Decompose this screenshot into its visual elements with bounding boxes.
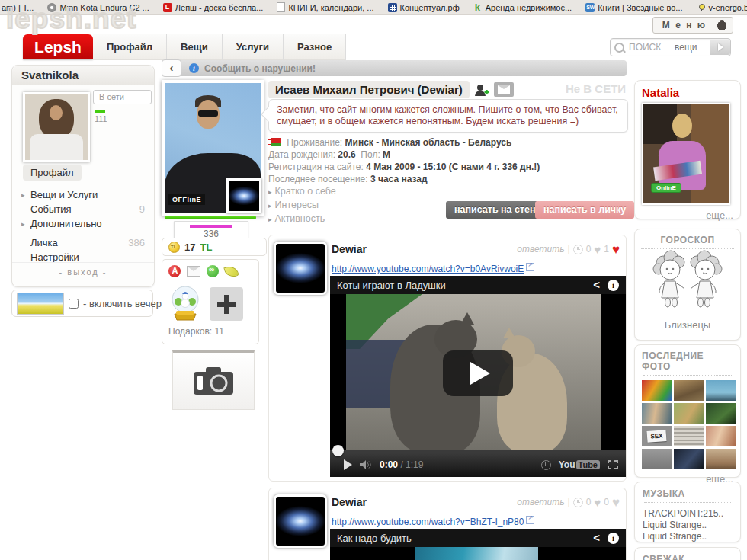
track-item[interactable]: Liquid Strange.. (643, 520, 733, 531)
mini-avatar[interactable] (226, 178, 261, 213)
send-message-icon[interactable] (494, 82, 514, 97)
video-title[interactable]: Как надо будить (337, 533, 412, 544)
bookmark-item[interactable]: am) | T... (2, 3, 34, 12)
write-on-wall-button[interactable]: написать на стене (446, 201, 550, 219)
sidebar-item-messages[interactable]: Личка 386 (23, 235, 145, 250)
dislike-heart-icon[interactable] (594, 498, 601, 507)
expander-about[interactable]: Кратко о себе (268, 185, 627, 199)
user-photo[interactable] (23, 92, 90, 162)
tab-things[interactable]: Вещи (167, 34, 223, 60)
youtube-logo[interactable]: You Tube (559, 459, 600, 470)
online-status-box[interactable]: В сети (93, 90, 152, 104)
add-gift-button[interactable] (210, 287, 243, 321)
write-pm-button[interactable]: написать в личку (535, 201, 634, 219)
logout-link[interactable]: - выход - (12, 262, 154, 277)
post-avatar[interactable] (274, 242, 327, 295)
sidebar-item-events[interactable]: События 9 (23, 202, 145, 216)
sidebar-item-label: Дополнительно (29, 218, 145, 229)
mail-icon[interactable] (187, 266, 200, 277)
reply-link[interactable]: ответить (517, 244, 564, 254)
photo-thumb[interactable] (674, 380, 704, 401)
sidebar-item-profile[interactable]: Профайл (23, 165, 82, 181)
tab-misc[interactable]: Разное (284, 34, 346, 60)
gemini-twins-icon[interactable] (649, 249, 726, 315)
photo-album-placeholder[interactable] (172, 350, 255, 410)
video-title[interactable]: Коты играют в Ладушки (337, 280, 446, 291)
belarus-flag-icon (268, 138, 281, 146)
photo-thumb[interactable] (642, 403, 672, 424)
more-friends-link[interactable]: еще... (642, 210, 733, 221)
a-badge-icon[interactable] (168, 265, 181, 277)
track-item[interactable]: TRACKPOINT:215.. (643, 508, 733, 520)
clock-icon[interactable] (573, 498, 583, 507)
bookmark-item[interactable]: КНИГИ, календари, ... (277, 2, 374, 12)
back-button[interactable]: ‹ (162, 59, 181, 77)
photo-thumb[interactable] (674, 403, 704, 424)
bookmark-item[interactable]: v-energo.by/item (697, 3, 747, 12)
volume-icon[interactable] (360, 460, 372, 469)
search-go-button[interactable] (710, 40, 730, 55)
reply-link[interactable]: ответить (517, 497, 564, 507)
sidebar-item-label: Личка (29, 237, 128, 248)
dislike-heart-icon[interactable] (594, 245, 601, 254)
bookmark-item[interactable]: Концептуал.рф (388, 3, 460, 12)
link-icon[interactable] (207, 265, 219, 277)
tab-services[interactable]: Услуги (223, 34, 284, 60)
photo-thumb[interactable] (706, 449, 736, 469)
bookmark-item[interactable]: Лепш - доска беспла... (163, 3, 264, 12)
friend-name[interactable]: Natalia (642, 86, 733, 99)
friend-photo[interactable]: OnlinE (642, 103, 730, 205)
photo-thumb[interactable] (674, 426, 704, 446)
clock-icon[interactable] (573, 245, 583, 254)
post-author[interactable]: Dewiar (332, 243, 367, 255)
gifts-count-label[interactable]: Подарков: 11 (168, 326, 252, 337)
video-controls: 0:00 / 1:19 You Tube (330, 453, 626, 477)
play-control-icon[interactable] (344, 459, 352, 470)
sidebar-item-extra[interactable]: Дополнительно (23, 216, 145, 231)
photo-thumb[interactable] (642, 380, 672, 401)
sidebar-item-things[interactable]: Вещи и Услуги (23, 187, 145, 202)
play-button[interactable] (443, 350, 513, 396)
evening-theme-checkbox[interactable] (69, 299, 79, 309)
photo-thumb[interactable] (642, 449, 672, 469)
youtube-link[interactable]: http://www.youtube.com/watch?v=BhZT-I_nP… (332, 517, 524, 527)
video-info-icon[interactable]: i (608, 280, 619, 291)
like-heart-icon[interactable] (612, 498, 620, 507)
share-icon[interactable] (593, 280, 600, 290)
video-frame[interactable] (330, 294, 626, 453)
report-violation-link[interactable]: Сообщить о нарушении! (204, 63, 316, 74)
browser-menu-button[interactable]: М е н ю (652, 17, 733, 34)
track-item[interactable]: Liquid Strange.. (643, 531, 733, 542)
photo-thumb[interactable] (674, 449, 704, 469)
video-frame[interactable] (330, 547, 626, 560)
search-input[interactable] (627, 41, 675, 53)
leaf-icon[interactable] (223, 264, 239, 279)
contact-icons (168, 264, 252, 278)
video-info-icon[interactable]: i (608, 533, 619, 544)
add-friend-icon[interactable] (474, 84, 489, 96)
watch-later-icon[interactable] (541, 460, 551, 470)
bookmark-item[interactable]: Аренда недвижимос... (473, 3, 572, 12)
like-heart-icon[interactable] (612, 245, 620, 254)
search-scope-label[interactable]: вещи (675, 42, 710, 53)
photo-detail (50, 105, 63, 120)
bookmark-item[interactable]: Minn Kota Endura C2 ... (47, 3, 149, 12)
snowglobe-gift[interactable] (168, 284, 202, 321)
bookmark-item[interactable]: Книги | Звездные во... (585, 3, 682, 12)
fullscreen-icon[interactable] (608, 460, 618, 469)
post-avatar[interactable] (274, 494, 327, 548)
field-value[interactable]: Минск - Минская область - Беларусь (345, 137, 512, 148)
profile-photo[interactable]: OFFlinE (162, 80, 264, 216)
photo-thumb[interactable] (706, 403, 736, 424)
gifts-box: Подарков: 11 (162, 259, 259, 344)
photo-thumb[interactable] (706, 380, 736, 401)
photo-thumb[interactable]: SEX (642, 426, 672, 446)
post-author[interactable]: Dewiar (332, 496, 367, 508)
seek-bar[interactable] (330, 450, 626, 453)
tab-profile[interactable]: Профайл (93, 34, 167, 60)
share-icon[interactable] (593, 533, 600, 543)
youtube-link[interactable]: http://www.youtube.com/watch?v=b0AvRivwo… (332, 264, 524, 274)
seek-handle[interactable] (332, 445, 344, 456)
photo-thumb[interactable] (706, 426, 736, 446)
lepsh-logo[interactable]: Lepsh (23, 34, 93, 59)
